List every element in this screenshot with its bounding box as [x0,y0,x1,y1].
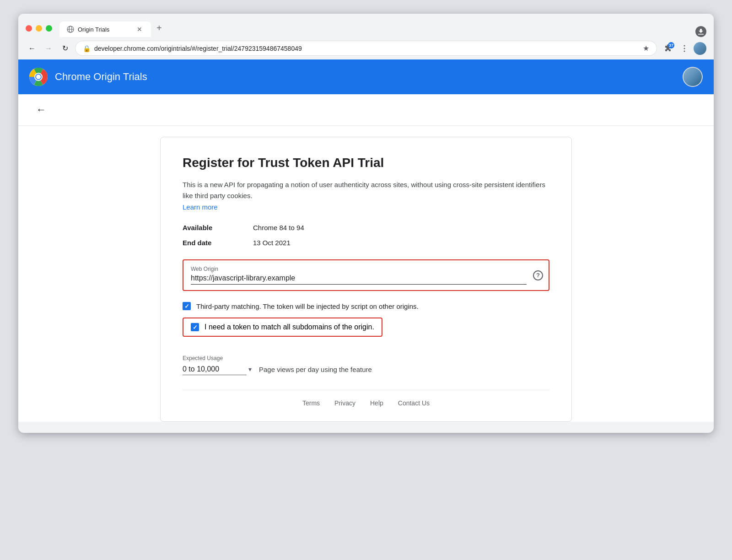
info-grid: Available Chrome 84 to 94 End date 13 Oc… [183,224,549,247]
traffic-lights [26,25,52,32]
close-button[interactable] [26,25,32,32]
browser-window: Origin Trials ✕ + ← → ↻ 🔒 developer.chro… [18,14,714,433]
privacy-link[interactable]: Privacy [334,399,355,407]
more-menu-icon[interactable] [677,41,692,56]
url-bar[interactable]: 🔒 developer.chrome.com/origintrials/#/re… [75,41,657,56]
minimize-button[interactable] [36,25,42,32]
app-header: Chrome Origin Trials [18,59,714,94]
tab-bar: Origin Trials ✕ + [59,19,706,37]
forward-nav-button[interactable]: → [42,42,55,55]
svg-point-3 [684,45,685,46]
third-party-checkbox-row: ✓ Third-party matching. The token will b… [183,302,549,310]
maximize-button[interactable] [46,25,52,32]
active-tab[interactable]: Origin Trials ✕ [59,22,151,37]
usage-select[interactable]: 0 to 10,000 10,000 to 1M 1M to 1B 1B+ [183,363,247,375]
available-label: Available [183,224,242,232]
web-origin-field: Web Origin ? [183,259,549,291]
new-tab-button[interactable]: + [153,19,166,37]
app-title: Chrome Origin Trials [55,71,147,83]
web-origin-input[interactable] [191,274,527,282]
tab-favicon [67,26,74,33]
badge-count: 37 [668,42,674,48]
usage-section: Expected Usage 0 to 10,000 10,000 to 1M … [183,355,549,375]
usage-description: Page views per day using the feature [259,366,372,373]
chrome-logo-icon [29,68,48,86]
card-footer: Terms Privacy Help Contact Us [183,390,549,407]
card-title: Register for Trust Token API Trial [183,156,549,170]
reload-button[interactable]: ↻ [59,42,71,55]
tab-title: Origin Trials [78,26,109,33]
terms-link[interactable]: Terms [302,399,320,407]
card-description: This is a new API for propagating a noti… [183,179,549,201]
back-arrow-button[interactable]: ← [33,102,49,118]
available-value: Chrome 84 to 94 [253,224,549,232]
learn-more-link[interactable]: Learn more [183,203,218,211]
subdomain-checkbox-row: ✓ I need a token to match all subdomains… [183,318,382,337]
subdomain-checkbox[interactable]: ✓ [191,323,199,331]
page-content: Chrome Origin Trials ← Register for Trus… [18,59,714,422]
third-party-checkbox[interactable]: ✓ [183,302,191,310]
back-nav-button[interactable]: ← [26,42,38,55]
tab-close-button[interactable]: ✕ [135,25,144,33]
end-date-value: 13 Oct 2021 [253,239,549,247]
subdomain-label: I need a token to match all subdomains o… [205,323,374,331]
third-party-label: Third-party matching. The token will be … [196,302,419,310]
extensions-puzzle-icon[interactable]: 37 [661,41,675,56]
back-nav: ← [18,94,714,126]
user-avatar[interactable] [694,42,706,55]
select-arrow-icon: ▾ [248,366,252,373]
help-icon[interactable]: ? [533,270,543,280]
web-origin-label: Web Origin [191,266,527,272]
end-date-label: End date [183,239,242,247]
svg-point-5 [684,50,685,52]
toolbar-icons: 37 [661,41,706,56]
address-bar: ← → ↻ 🔒 developer.chrome.com/origintrial… [18,37,714,59]
title-bar: Origin Trials ✕ + [18,14,714,37]
main-card: Register for Trust Token API Trial This … [160,137,572,422]
svg-point-9 [36,75,41,79]
download-icon[interactable] [695,26,706,37]
lock-icon: 🔒 [83,45,91,52]
help-link[interactable]: Help [370,399,383,407]
bookmark-star-icon[interactable]: ★ [643,44,649,53]
url-text: developer.chrome.com/origintrials/#/regi… [94,45,639,52]
header-user-avatar[interactable] [683,67,703,87]
svg-point-4 [684,48,685,49]
usage-label: Expected Usage [183,355,549,361]
contact-us-link[interactable]: Contact Us [398,399,430,407]
